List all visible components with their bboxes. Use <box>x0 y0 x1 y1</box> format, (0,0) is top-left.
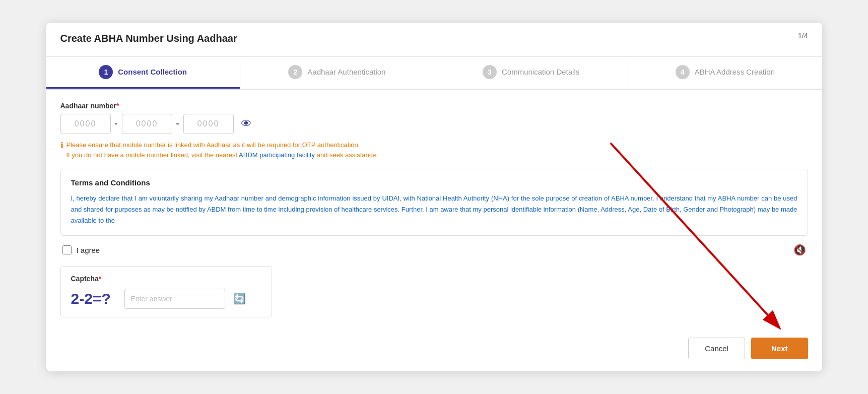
step-2-number: 2 <box>288 65 302 79</box>
step-4-abha[interactable]: 4 ABHA Address Creation <box>628 57 822 89</box>
mute-icon[interactable]: 🔇 <box>793 244 806 256</box>
aadhaar-dash-1: - <box>115 118 118 129</box>
agree-row: I agree 🔇 <box>60 244 808 256</box>
cancel-button[interactable]: Cancel <box>688 338 745 359</box>
step-indicator: 1/4 <box>798 32 808 40</box>
step-4-label: ABHA Address Creation <box>695 68 775 76</box>
step-2-aadhaar[interactable]: 2 Aadhaar Authentication <box>240 57 434 89</box>
captcha-section: Captcha* 2-2=? 🔄 <box>60 266 272 317</box>
agree-label: I agree <box>77 246 100 254</box>
step-1-consent[interactable]: 1 Consent Collection <box>46 57 240 89</box>
step-1-number: 1 <box>99 65 113 79</box>
captcha-required-star: * <box>99 275 101 283</box>
modal-header: Create ABHA Number Using Aadhaar 1/4 <box>46 23 822 57</box>
info-line-1: Please ensure that mobile number is link… <box>66 140 378 151</box>
step-2-label: Aadhaar Authentication <box>307 68 385 76</box>
terms-box[interactable]: Terms and Conditions I, hereby declare t… <box>60 169 808 236</box>
info-line-2: If you do not have a mobile number linke… <box>66 150 378 161</box>
captcha-row: 2-2=? 🔄 <box>71 289 261 309</box>
steps-container: 1 Consent Collection 2 Aadhaar Authentic… <box>46 57 822 90</box>
modal-footer: Cancel Next <box>46 330 822 371</box>
agree-checkbox[interactable] <box>62 245 72 254</box>
modal-body: Aadhaar number* - - 👁 ℹ Please ensure th… <box>46 90 822 330</box>
agree-left: I agree <box>62 245 100 254</box>
toggle-visibility-icon[interactable]: 👁 <box>241 117 252 130</box>
aadhaar-field-label: Aadhaar number* <box>60 102 808 110</box>
step-3-number: 3 <box>483 65 497 79</box>
captcha-label: Captcha* <box>71 275 261 283</box>
step-4-number: 4 <box>676 65 690 79</box>
info-text-block: Please ensure that mobile number is link… <box>66 140 378 161</box>
info-icon: ℹ <box>60 141 63 150</box>
modal-container: Create ABHA Number Using Aadhaar 1/4 1 C… <box>46 23 822 372</box>
captcha-answer-input[interactable] <box>124 289 225 309</box>
aadhaar-required-star: * <box>116 102 119 110</box>
aadhaar-inputs-row: - - 👁 <box>60 114 808 134</box>
aadhaar-input-1[interactable] <box>60 114 111 134</box>
step-3-label: Communication Details <box>502 68 579 76</box>
modal-title: Create ABHA Number Using Aadhaar <box>60 33 808 44</box>
next-button[interactable]: Next <box>751 338 808 359</box>
captcha-refresh-icon[interactable]: 🔄 <box>233 293 246 305</box>
terms-text: I, hereby declare that I am voluntarily … <box>71 193 797 226</box>
aadhaar-dash-2: - <box>176 118 179 129</box>
step-3-communication[interactable]: 3 Communication Details <box>434 57 628 89</box>
abdm-link[interactable]: ABDM participating facility <box>239 151 315 159</box>
step-1-label: Consent Collection <box>118 68 187 76</box>
captcha-math: 2-2=? <box>71 290 116 307</box>
info-message: ℹ Please ensure that mobile number is li… <box>60 140 808 161</box>
terms-title: Terms and Conditions <box>71 178 797 187</box>
aadhaar-input-2[interactable] <box>122 114 172 134</box>
aadhaar-input-3[interactable] <box>183 114 234 134</box>
